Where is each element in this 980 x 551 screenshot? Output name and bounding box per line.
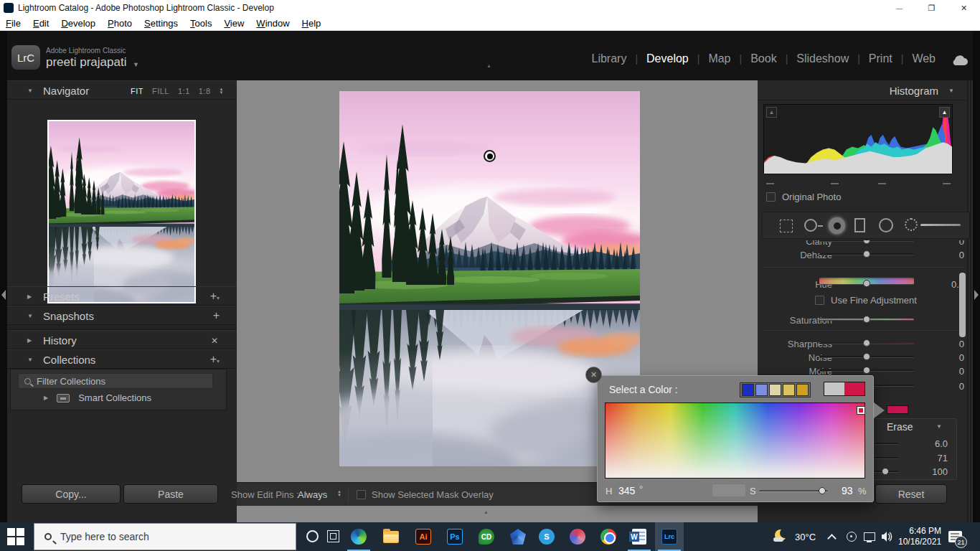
tray-volume[interactable] xyxy=(881,522,892,551)
zoom-1-1[interactable]: 1:1 xyxy=(178,87,190,95)
menu-tools[interactable]: Tools xyxy=(190,18,212,29)
show-hidden-icons[interactable] xyxy=(829,522,835,551)
module-web[interactable]: Web xyxy=(912,52,936,65)
snapshots-add-button[interactable]: + xyxy=(213,309,220,322)
histogram-chart[interactable]: ▲ ▲ xyxy=(763,104,953,174)
color-swatch[interactable] xyxy=(769,384,781,396)
mask-edit-pin[interactable] xyxy=(484,150,496,162)
taskbar-illustrator[interactable]: Ai xyxy=(409,522,438,551)
erase-collapse-icon[interactable] xyxy=(936,423,942,430)
zoom-spinner-icon[interactable]: ▲▼ xyxy=(220,88,224,95)
erase-title[interactable]: Erase xyxy=(887,421,913,433)
clarity-slider[interactable] xyxy=(819,240,914,242)
original-photo-checkbox[interactable] xyxy=(766,192,776,202)
start-button[interactable] xyxy=(7,528,24,545)
slider-knob[interactable] xyxy=(882,468,889,475)
close-button[interactable] xyxy=(948,0,980,16)
slider-value[interactable]: 0 xyxy=(959,366,964,377)
menu-window[interactable]: Window xyxy=(256,18,289,29)
noise-slider[interactable] xyxy=(819,356,914,358)
copy-button[interactable]: Copy... xyxy=(22,484,121,504)
slider-knob[interactable] xyxy=(863,240,870,244)
navigator-collapse-icon[interactable] xyxy=(27,88,33,94)
zoom-fill[interactable]: FILL xyxy=(152,87,169,95)
slider-knob[interactable] xyxy=(863,280,870,287)
menu-file[interactable]: File xyxy=(6,18,21,29)
brush-size-slider[interactable] xyxy=(920,224,961,226)
taskbar-coreldraw[interactable]: CD xyxy=(472,522,501,551)
action-center[interactable]: 21 xyxy=(948,522,962,551)
navigator-header[interactable]: Navigator FIT FILL 1:1 1:8 ▲▼ xyxy=(7,80,237,100)
menu-edit[interactable]: Edit xyxy=(33,18,49,29)
erase-feather-value[interactable]: 71 xyxy=(938,453,948,463)
identity-plate[interactable]: preeti prajapati xyxy=(46,55,126,70)
history-clear-icon[interactable]: ✕ xyxy=(211,336,218,346)
collections-add-button[interactable]: +▾ xyxy=(210,353,220,366)
taskbar-search-box[interactable]: Type here to search xyxy=(34,523,296,550)
color-swatch[interactable] xyxy=(742,384,754,396)
mask-overlay-checkbox[interactable] xyxy=(357,490,366,499)
zoom-fit[interactable]: FIT xyxy=(131,87,143,95)
identity-caret-icon[interactable] xyxy=(133,61,139,68)
right-panel-scrollbar[interactable] xyxy=(959,273,966,337)
paste-button[interactable]: Paste xyxy=(123,484,218,504)
history-header[interactable]: History ✕ xyxy=(7,330,237,349)
taskbar-photoshop[interactable]: Ps xyxy=(440,522,469,551)
graduated-filter-icon[interactable] xyxy=(854,218,865,232)
color-gradient-field[interactable] xyxy=(605,402,865,479)
taskbar-chrome[interactable] xyxy=(594,522,623,551)
cloud-sync-icon[interactable] xyxy=(950,54,969,66)
presets-expand-icon[interactable] xyxy=(27,293,32,300)
cortana-icon[interactable] xyxy=(306,530,319,542)
slider-value[interactable]: 0 xyxy=(959,339,964,349)
previous-color[interactable] xyxy=(824,382,844,395)
selected-color[interactable] xyxy=(844,382,864,395)
color-swatch[interactable] xyxy=(783,384,795,396)
presets-add-button[interactable]: +▾ xyxy=(210,290,220,303)
brush-color-swatch[interactable] xyxy=(887,405,908,414)
hue-slider[interactable] xyxy=(819,278,914,285)
filter-collections-input[interactable]: Filter Collections xyxy=(18,373,213,389)
brush-tool-icon[interactable] xyxy=(905,218,918,231)
history-expand-icon[interactable] xyxy=(27,337,32,344)
smart-collections-row[interactable]: Smart Collections xyxy=(18,392,151,403)
taskbar-explorer[interactable] xyxy=(377,522,405,551)
popup-close-button[interactable]: ✕ xyxy=(585,367,602,383)
task-view-icon[interactable] xyxy=(327,530,339,542)
smart-collections-expand-icon[interactable] xyxy=(44,395,48,401)
module-library[interactable]: Library xyxy=(592,52,627,65)
sharpness-slider[interactable] xyxy=(819,342,914,344)
main-photo[interactable] xyxy=(339,91,640,466)
module-slideshow[interactable]: Slideshow xyxy=(796,52,849,65)
current-color-swatch[interactable] xyxy=(824,382,865,396)
tray-network[interactable] xyxy=(864,522,875,551)
taskbar-edge[interactable] xyxy=(344,522,373,551)
slider-knob[interactable] xyxy=(819,487,826,494)
slider-value[interactable]: 0 xyxy=(959,240,964,247)
saturation-slider[interactable] xyxy=(819,319,914,321)
clock-tray-item[interactable]: 6:46 PM 10/16/2021 xyxy=(898,522,941,551)
presets-header[interactable]: Presets +▾ xyxy=(7,286,237,306)
menu-view[interactable]: View xyxy=(224,18,244,29)
radial-filter-icon[interactable] xyxy=(879,218,893,232)
collections-header[interactable]: Collections +▾ xyxy=(7,349,237,369)
highlight-clipping-icon[interactable]: ▲ xyxy=(939,107,950,118)
menu-develop[interactable]: Develop xyxy=(61,18,95,29)
taskbar-word[interactable]: W xyxy=(625,522,654,551)
erase-flow-value[interactable]: 100 xyxy=(932,466,948,477)
slider-knob[interactable] xyxy=(863,339,870,347)
saturation-value[interactable]: 93 xyxy=(842,485,853,496)
hide-right-panel-arrow[interactable] xyxy=(974,290,979,300)
shadow-clipping-icon[interactable]: ▲ xyxy=(766,107,777,118)
edit-pins-spinner-icon[interactable]: ▲▼ xyxy=(337,490,341,497)
healing-tool-icon[interactable] xyxy=(804,219,817,232)
module-map[interactable]: Map xyxy=(708,52,730,65)
dehaze-slider[interactable] xyxy=(819,253,914,255)
snapshots-header[interactable]: Snapshots + xyxy=(7,306,237,325)
fine-adjustment-checkbox[interactable] xyxy=(815,296,824,305)
collapse-header-icon[interactable] xyxy=(486,63,491,68)
taskbar-recorder[interactable] xyxy=(563,522,592,551)
tray-sync[interactable] xyxy=(847,522,857,551)
slider-knob[interactable] xyxy=(863,367,870,374)
slider-knob[interactable] xyxy=(863,250,870,258)
